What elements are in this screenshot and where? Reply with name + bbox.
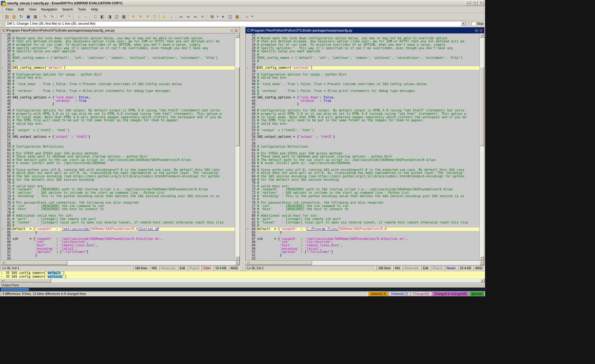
highlight-diffs-icon[interactable]: ■ (161, 13, 168, 20)
menu-help[interactable]: Help (88, 6, 100, 12)
undo-icon[interactable]: ↶ (58, 13, 65, 20)
pane-splitter[interactable] (240, 27, 245, 271)
menu-files[interactable]: Files (3, 6, 15, 12)
code-segment: # (12, 211, 14, 214)
menu-edit[interactable]: Edit (15, 6, 26, 12)
skip-checkbox[interactable] (472, 22, 475, 25)
added-badge[interactable]: Added(0,3) (368, 292, 388, 296)
left-hscroll-track[interactable] (67, 261, 235, 265)
scroll-right-icon[interactable]: ► (480, 261, 484, 265)
left-vscrollbar[interactable]: ▲ ▼ (235, 33, 240, 260)
gutter-margin (1, 122, 4, 126)
filter-diffs-icon[interactable]: ▼ (130, 13, 137, 20)
redo-icon[interactable]: ↷ (65, 13, 73, 20)
print-icon[interactable]: ▦ (32, 13, 39, 20)
match-options-icon[interactable]: ≡ (199, 13, 206, 20)
edit-second-file-icon[interactable]: ✎ (49, 13, 56, 20)
pane-print-icon[interactable]: ▤ (475, 28, 478, 32)
close-button[interactable]: × (478, 1, 484, 5)
line-content: # specific value you want applied. (12, 50, 235, 53)
menubar-grip[interactable] (1, 7, 2, 12)
settings-gear-icon[interactable]: ☼ (243, 13, 250, 20)
filter-chars-icon[interactable]: ▼ (144, 13, 151, 20)
menu-view[interactable]: View (26, 6, 39, 12)
line-content: # (257, 126, 480, 129)
diff-description-combo[interactable]: Diff 1: Change 1 line (35, first file) t… (5, 21, 466, 26)
right-editor[interactable]: 2526# Based upon the lock_down configura… (245, 33, 485, 261)
gutter-margin (1, 116, 4, 119)
minimize-button[interactable]: — (465, 1, 471, 5)
right-vscrollbar[interactable]: ▲ ▼ (479, 33, 484, 260)
code-line: 68# the SAS session encoding (see https:… (246, 175, 480, 178)
scroll-down-icon[interactable]: ▼ (235, 256, 240, 260)
code-line: 76# For passwordless ssh connection, the… (1, 201, 235, 205)
right-hscrollbar[interactable]: ◄ ► (245, 261, 485, 265)
find-next-icon[interactable]: ∞ (185, 13, 192, 20)
statistics-icon[interactable]: ⊞ (209, 13, 216, 20)
save-icon[interactable]: ▣ (25, 13, 32, 20)
scroll-right-icon[interactable]: ► (235, 261, 240, 265)
toolbar-grip[interactable] (1, 14, 2, 19)
panes-layout-icon[interactable]: ◫ (227, 13, 234, 20)
scroll-right-icon[interactable]: ► (480, 279, 485, 282)
right-hscroll-track[interactable] (312, 261, 480, 265)
pane-print-icon[interactable]: ▤ (230, 28, 233, 32)
statistics-dropdown-icon[interactable]: ▾ (216, 13, 219, 20)
right-pane-header[interactable]: C:\Program Files\Python\Python37\Lib\sit… (245, 27, 485, 33)
menu-tools[interactable]: Tools (76, 6, 89, 12)
left-pane-header[interactable]: C:\Program Files\Python\Python37\Lib\sit… (1, 27, 240, 33)
find-prev-icon[interactable]: ∞ (192, 13, 199, 20)
right-hscroll-thumb[interactable] (250, 261, 312, 265)
left-editor[interactable]: 2526# Based upon the lock_down configura… (1, 33, 240, 261)
plugins-icon[interactable]: ▩ (234, 13, 241, 20)
scroll-left-icon[interactable]: ◄ (246, 261, 250, 265)
show-diff-map-icon[interactable]: ▦ (120, 13, 127, 20)
filter-lines-icon[interactable]: ▼ (137, 13, 144, 20)
gutter-margin (246, 171, 249, 175)
view-left-only-icon[interactable]: ◧ (99, 13, 106, 20)
line-content: } (12, 231, 235, 234)
scroll-down-icon[interactable]: ▼ (480, 256, 484, 260)
ignored-badge[interactable]: Ignored (469, 292, 484, 296)
scroll-left-icon[interactable]: ◄ (1, 261, 5, 265)
settings-dropdown-icon[interactable]: ▾ (250, 13, 254, 20)
open-icon[interactable]: ▨ (11, 13, 18, 20)
pane-reload-icon[interactable]: ▨ (235, 28, 238, 32)
line-content: # in local mode. Note that HTML 4.0 will… (12, 116, 235, 119)
pane-reload-icon[interactable]: ▨ (479, 28, 483, 32)
refresh-icon[interactable]: ↻ (18, 13, 25, 20)
inspector-hscroll-thumb[interactable] (5, 279, 51, 282)
code-segment: 'options' (35, 250, 52, 254)
compare-icon[interactable]: ▤ (3, 13, 11, 20)
scroll-up-icon[interactable]: ▲ (235, 33, 240, 38)
output-pane-header[interactable]: Output Pane (0, 283, 485, 288)
right-vscroll-thumb[interactable] (480, 67, 484, 146)
scroll-left-icon[interactable]: ◄ (0, 279, 5, 282)
menu-navigation[interactable]: Navigation (39, 6, 60, 12)
inspector-hscroll-track[interactable] (51, 279, 480, 282)
goto-diff-icon[interactable]: ↓ (168, 13, 175, 20)
scroll-up-icon[interactable]: ▲ (480, 33, 484, 38)
copy-to-left-icon[interactable]: ← (82, 13, 89, 20)
menu-search[interactable]: Search (60, 6, 76, 12)
copy-to-right-icon[interactable]: → (75, 13, 82, 20)
changed-badge[interactable]: Changed(8) (411, 292, 432, 296)
find-icon[interactable]: ∞ (178, 13, 185, 20)
view-single-pane-icon[interactable]: □ (92, 13, 99, 20)
left-hscrollbar[interactable]: ◄ ► (1, 261, 240, 265)
diffbar-grip[interactable] (1, 21, 2, 26)
left-vscroll-thumb[interactable] (235, 67, 240, 146)
inspector-hscrollbar[interactable]: ◄ ► (0, 279, 485, 283)
diff-combo-dropdown-icon[interactable]: ▼ (461, 21, 466, 26)
view-split-icon[interactable]: ◫ (113, 13, 120, 20)
edit-first-file-icon[interactable]: ✎ (42, 13, 49, 20)
left-hscroll-thumb[interactable] (5, 261, 67, 265)
code-segment: 'lock_down' (54, 96, 75, 99)
line-content: } (12, 102, 235, 106)
filter-options-icon[interactable]: ▽ (151, 13, 158, 20)
changed-in-changed-badge[interactable]: Changed in changed(8) (432, 292, 469, 296)
maximize-button[interactable]: □ (472, 1, 478, 5)
deleted-badge[interactable]: Deleted(0,2) (389, 292, 410, 296)
view-right-only-icon[interactable]: ◨ (106, 13, 113, 20)
sync-icon[interactable]: ∗ (219, 13, 227, 20)
